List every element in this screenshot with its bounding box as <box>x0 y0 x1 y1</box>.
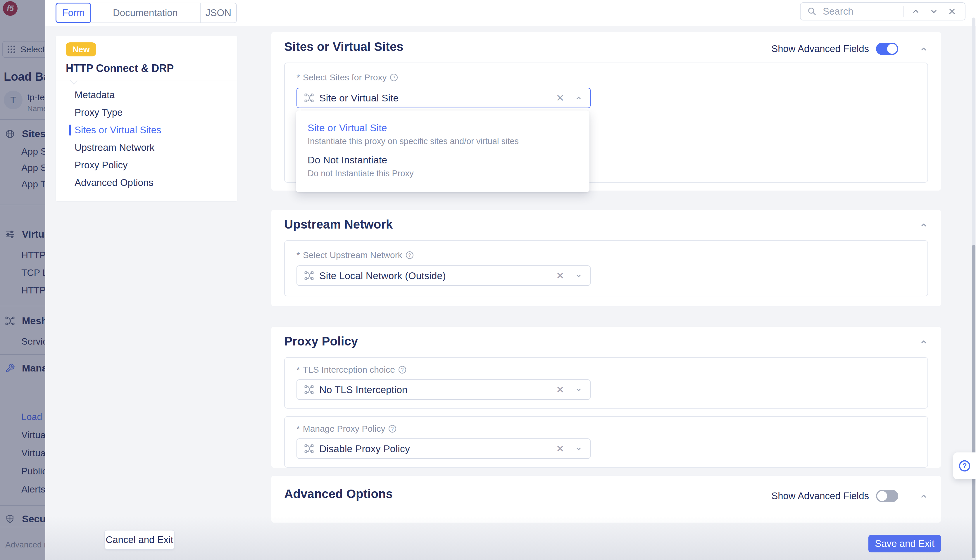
chevron-up-icon <box>919 337 928 346</box>
select-tls-interception[interactable]: No TLS Interception ✕ <box>297 379 591 400</box>
app-root: f5 Select Load Ba T tp-te Name <box>0 0 976 560</box>
divider <box>56 80 237 80</box>
tab-json[interactable]: JSON <box>200 3 236 23</box>
scrollbar-thumb[interactable] <box>972 245 975 558</box>
clear-icon[interactable]: ✕ <box>556 444 565 453</box>
select-sites-for-proxy[interactable]: Site or Virtual Site ✕ <box>297 88 591 108</box>
form-nav-item-upstream-network[interactable]: Upstream Network <box>56 139 237 157</box>
select-value: No TLS Interception <box>319 384 407 395</box>
close-icon <box>948 7 956 16</box>
cancel-and-exit-button[interactable]: Cancel and Exit <box>104 530 175 550</box>
field-label: * Select Sites for Proxy ? <box>297 72 398 82</box>
field-label-text: TLS Interception choice <box>303 365 395 375</box>
field-label-text: Select Upstream Network <box>303 250 402 260</box>
dropdown-connector <box>300 107 300 111</box>
view-tabs: Form Documentation JSON <box>55 3 237 23</box>
clear-icon[interactable]: ✕ <box>556 93 565 103</box>
section-title: Advanced Options <box>284 487 393 501</box>
form-nav-item-advanced-options[interactable]: Advanced Options <box>56 174 237 192</box>
svg-text:?: ? <box>401 367 404 372</box>
help-icon[interactable]: ? <box>388 424 397 433</box>
chevron-down-icon <box>929 7 939 16</box>
field-label-text: Manage Proxy Policy <box>303 424 385 434</box>
show-advanced-fields-toggle[interactable] <box>876 43 898 55</box>
select-manage-proxy-policy[interactable]: Disable Proxy Policy ✕ <box>297 438 591 459</box>
one-of-icon <box>304 271 314 281</box>
fieldset-tls-interception: * TLS Interception choice ? <box>284 357 928 408</box>
chevron-down-icon <box>574 444 583 453</box>
help-icon[interactable]: ? <box>389 73 398 82</box>
field-label: * TLS Interception choice ? <box>297 365 407 375</box>
select-value: Site or Virtual Site <box>319 92 399 104</box>
nav-notch <box>70 77 77 84</box>
dropdown-option-do-not-instantiate[interactable]: Do Not Instantiate Do not Instantiate th… <box>296 150 589 182</box>
close-search-button[interactable] <box>946 5 958 18</box>
section-title: Upstream Network <box>284 217 393 232</box>
form-nav-item-proxy-type[interactable]: Proxy Type <box>56 104 237 121</box>
chevron-up-icon <box>919 45 928 53</box>
chevron-down-icon <box>574 385 583 394</box>
form-nav-item-sites-or-virtual-sites[interactable]: Sites or Virtual Sites <box>56 121 237 139</box>
svg-text:?: ? <box>393 75 395 80</box>
required-mark: * <box>297 424 300 434</box>
form-nav-item-metadata[interactable]: Metadata <box>56 86 237 104</box>
one-of-icon <box>304 444 314 453</box>
find-next-button[interactable] <box>928 5 940 18</box>
show-advanced-fields-label: Show Advanced Fields <box>771 490 869 502</box>
fieldset-manage-proxy-policy: * Manage Proxy Policy ? <box>284 416 928 468</box>
section-upstream-network: Upstream Network * Select Upstream Netwo… <box>271 210 941 306</box>
main-nav-sidebar: f5 Select Load Ba T tp-te Name <box>0 0 45 560</box>
select-upstream-network[interactable]: Site Local Network (Outside) ✕ <box>297 265 591 286</box>
open-dropdown-button[interactable] <box>574 271 583 280</box>
collapse-section-button[interactable] <box>919 492 928 500</box>
save-and-exit-button[interactable]: Save and Exit <box>868 535 941 552</box>
find-search-bar <box>800 2 966 20</box>
section-proxy-policy: Proxy Policy * TLS Interception choice <box>271 327 941 468</box>
collapse-dropdown-button[interactable] <box>574 93 583 102</box>
show-advanced-fields-label: Show Advanced Fields <box>771 43 869 54</box>
tab-documentation[interactable]: Documentation <box>91 3 200 23</box>
section-title: Sites or Virtual Sites <box>284 40 404 54</box>
field-label: * Select Upstream Network ? <box>297 250 414 260</box>
find-previous-button[interactable] <box>909 5 922 18</box>
question-circle-icon: ? <box>958 459 971 473</box>
collapse-section-button[interactable] <box>919 337 928 346</box>
divider <box>904 6 904 17</box>
search-input[interactable] <box>822 5 898 17</box>
required-mark: * <box>297 250 300 260</box>
sites-for-proxy-dropdown: Site or Virtual Site Instantiate this pr… <box>296 110 589 192</box>
one-of-icon <box>304 385 314 395</box>
help-button[interactable]: ? <box>953 452 976 479</box>
show-advanced-fields-toggle[interactable] <box>876 490 898 502</box>
form-content-area: New HTTP Connect & DRP Metadata Proxy Ty… <box>45 26 976 560</box>
tab-form[interactable]: Form <box>55 3 91 23</box>
collapse-section-button[interactable] <box>919 220 928 229</box>
svg-text:?: ? <box>963 462 967 470</box>
form-overlay-panel: Form Documentation JSON <box>45 0 976 560</box>
option-title: Site or Virtual Site <box>308 122 578 133</box>
toggle-knob <box>887 44 897 54</box>
form-nav-item-proxy-policy[interactable]: Proxy Policy <box>56 157 237 174</box>
clear-icon[interactable]: ✕ <box>556 385 565 395</box>
form-section-nav: New HTTP Connect & DRP Metadata Proxy Ty… <box>55 36 237 202</box>
search-icon <box>807 7 817 17</box>
help-icon[interactable]: ? <box>398 365 407 374</box>
clear-icon[interactable]: ✕ <box>556 271 565 281</box>
field-label-text: Select Sites for Proxy <box>303 72 387 82</box>
collapse-section-button[interactable] <box>919 45 928 53</box>
fieldset-select-upstream-network: * Select Upstream Network ? <box>284 240 928 297</box>
chevron-up-icon <box>919 492 928 500</box>
option-title: Do Not Instantiate <box>308 154 578 166</box>
dropdown-option-site-or-virtual-site[interactable]: Site or Virtual Site Instantiate this pr… <box>296 118 589 150</box>
option-description: Instantiate this proxy on specific sites… <box>308 137 578 146</box>
chevron-up-icon <box>919 220 928 229</box>
open-dropdown-button[interactable] <box>574 385 583 394</box>
one-of-icon <box>304 93 314 103</box>
help-icon[interactable]: ? <box>405 251 414 260</box>
required-mark: * <box>297 365 300 375</box>
select-value: Disable Proxy Policy <box>319 443 410 455</box>
open-dropdown-button[interactable] <box>574 444 583 453</box>
modal-backdrop <box>0 0 45 560</box>
section-title: Proxy Policy <box>284 334 358 348</box>
overlay-topbar: Form Documentation JSON <box>45 0 976 26</box>
